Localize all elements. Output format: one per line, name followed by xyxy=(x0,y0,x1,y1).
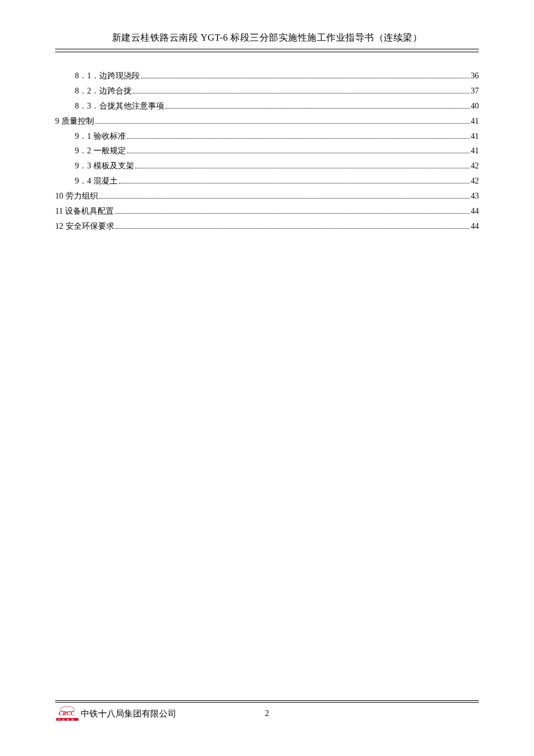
toc-entry: 8．3．合拢其他注意事项40 xyxy=(55,99,479,114)
toc-leader-dots xyxy=(95,123,470,124)
toc-entry-label: 9 质量控制 xyxy=(55,114,94,129)
toc-entry-page: 41 xyxy=(471,143,479,159)
toc-entry-label: 8．3．合拢其他注意事项 xyxy=(75,99,164,114)
toc-entry-label: 12 安全环保要求 xyxy=(55,219,114,234)
footer-page-number: 2 xyxy=(265,709,269,718)
toc-leader-dots xyxy=(99,198,470,199)
toc-entry-label: 11 设备机具配置 xyxy=(55,204,114,219)
toc-leader-dots xyxy=(115,213,470,214)
toc-entry-page: 44 xyxy=(471,204,479,219)
toc-entry: 9．2 一般规定41 xyxy=(55,143,479,159)
toc-entry: 9．1 验收标准41 xyxy=(55,129,479,144)
svg-text:中 国 铁 建: 中 国 铁 建 xyxy=(58,718,75,721)
page-header-title: 新建云桂铁路云南段 YGT-6 标段三分部实施性施工作业指导书（连续梁） xyxy=(55,32,479,49)
page-footer: CRCC 中 国 铁 建 中铁十八局集团有限公司 2 xyxy=(55,700,479,721)
toc-entry-label: 10 劳力组织 xyxy=(55,189,98,204)
footer-inner: CRCC 中 国 铁 建 中铁十八局集团有限公司 2 xyxy=(55,702,479,721)
toc-entry: 8．1．边跨现浇段36 xyxy=(55,69,479,84)
document-page: 新建云桂铁路云南段 YGT-6 标段三分部实施性施工作业指导书（连续梁） 8．1… xyxy=(0,0,534,756)
toc-leader-dots xyxy=(141,78,470,78)
toc-entry-label: 8．2．边跨合拢 xyxy=(75,84,132,99)
toc-entry-page: 44 xyxy=(471,219,479,234)
toc-entry-label: 9．3 模板及支架 xyxy=(75,159,134,174)
footer-company-name: 中铁十八局集团有限公司 xyxy=(81,708,176,719)
toc-leader-dots xyxy=(116,228,470,229)
toc-entry-page: 41 xyxy=(471,114,479,129)
toc-entry: 12 安全环保要求44 xyxy=(55,219,479,234)
toc-entry-page: 37 xyxy=(471,84,479,99)
toc-entry: 9．3 模板及支架42 xyxy=(55,159,479,174)
header-double-rule xyxy=(55,52,479,52)
toc-entry-page: 41 xyxy=(471,129,479,144)
toc-leader-dots xyxy=(133,93,470,93)
toc-entry-page: 40 xyxy=(471,99,479,114)
company-logo-icon: CRCC 中 国 铁 建 xyxy=(55,706,80,721)
toc-entry-page: 42 xyxy=(471,159,479,174)
toc-entry: 8．2．边跨合拢37 xyxy=(55,84,479,99)
svg-text:CRCC: CRCC xyxy=(59,710,75,717)
toc-entry-label: 9．1 验收标准 xyxy=(75,129,126,144)
toc-entry-page: 42 xyxy=(471,174,479,189)
toc-entry-label: 9．2 一般规定 xyxy=(75,143,126,159)
toc-leader-dots xyxy=(119,183,470,183)
toc-entry: 11 设备机具配置44 xyxy=(55,204,479,219)
toc-entry: 10 劳力组织43 xyxy=(55,189,479,204)
toc-entry-page: 43 xyxy=(471,189,479,204)
toc-leader-dots xyxy=(165,108,470,109)
toc-leader-dots xyxy=(135,168,470,168)
toc-leader-dots xyxy=(127,153,470,153)
toc-entry: 9 质量控制41 xyxy=(55,114,479,129)
toc-entry-label: 8．1．边跨现浇段 xyxy=(75,69,140,84)
toc-entry-label: 9．4 混凝土 xyxy=(75,174,118,189)
table-of-contents: 8．1．边跨现浇段368．2．边跨合拢378．3．合拢其他注意事项409 质量控… xyxy=(55,69,479,234)
toc-entry: 9．4 混凝土42 xyxy=(55,174,479,189)
toc-entry-page: 36 xyxy=(471,69,479,84)
toc-leader-dots xyxy=(127,138,470,139)
